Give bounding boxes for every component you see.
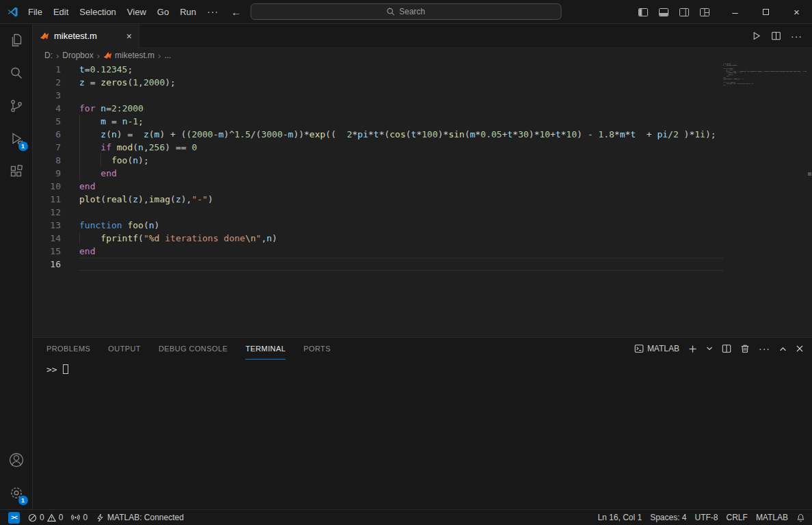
code-line[interactable]: 6 z(n) = z(m) + ((2000-m)^1.5/(3000-m))*… — [33, 128, 723, 141]
search-placeholder: Search — [399, 7, 425, 16]
language-mode-status[interactable]: MATLAB — [752, 510, 792, 525]
code-line[interactable]: 1t=0.12345; — [33, 63, 723, 76]
indent-guide — [100, 154, 101, 167]
menu-selection[interactable]: Selection — [74, 5, 121, 19]
code-line[interactable]: 8 foo(n); — [33, 154, 723, 167]
code-editor[interactable]: 1t=0.12345;2z = zeros(1,2000);34for n=2:… — [33, 63, 812, 337]
chevron-right-icon: › — [97, 51, 100, 61]
terminal-profile-dropdown-icon[interactable] — [706, 345, 713, 352]
indent-guide — [79, 232, 80, 245]
ports-status[interactable]: 0 — [67, 510, 92, 525]
code-line[interactable]: 12 — [33, 206, 723, 219]
maximize-panel-button[interactable] — [779, 345, 787, 353]
close-panel-button[interactable] — [796, 345, 804, 353]
sidebar-item-extensions[interactable] — [0, 155, 33, 188]
code-text: z(n) = z(m) + ((2000-m)^1.5/(3000-m))*ex… — [79, 128, 723, 141]
encoding-status[interactable]: UTF-8 — [691, 510, 722, 525]
close-window-button[interactable]: × — [781, 0, 812, 24]
code-line[interactable]: 15end — [33, 245, 723, 258]
line-number: 13 — [33, 219, 61, 232]
panel-tab-ports[interactable]: PORTS — [303, 338, 331, 360]
breadcrumb-file[interactable]: miketest.m — [103, 51, 154, 60]
panel-tab-terminal[interactable]: TERMINAL — [245, 338, 286, 360]
error-count: 0 — [40, 513, 44, 522]
terminal-prompt: >> — [46, 364, 57, 375]
editor-group: miketest.m × ··· D: › Dropbox › — [33, 24, 812, 509]
terminal-content[interactable]: >> — [33, 360, 812, 509]
tab-bar: miketest.m × ··· — [33, 24, 812, 48]
breadcrumb-drive[interactable]: D: — [44, 51, 53, 60]
matlab-connection-status[interactable]: MATLAB: Connected — [92, 510, 188, 525]
code-text: for n=2:2000 — [79, 102, 723, 115]
indent-guide — [79, 154, 80, 167]
menu-go[interactable]: Go — [152, 5, 174, 19]
notifications-bell[interactable] — [792, 510, 809, 525]
panel-more-actions-button[interactable]: ··· — [759, 343, 770, 354]
line-number: 10 — [33, 180, 61, 193]
line-number: 1 — [33, 63, 61, 76]
tab-close-icon[interactable]: × — [126, 31, 132, 41]
code-text: if mod(n,256) == 0 — [79, 141, 723, 154]
run-file-button[interactable] — [751, 31, 761, 41]
line-number: 11 — [33, 193, 61, 206]
sidebar-item-search[interactable] — [0, 57, 33, 90]
minimize-button[interactable]: – — [720, 0, 750, 24]
search-activity-icon — [8, 65, 25, 81]
code-line[interactable]: 5 m = n-1; — [33, 115, 723, 128]
code-line[interactable]: 11plot(real(z),imag(z),"-") — [33, 193, 723, 206]
terminal-cursor — [63, 364, 68, 374]
menu-overflow[interactable]: ··· — [202, 4, 224, 19]
menu-view[interactable]: View — [122, 5, 152, 19]
menu-edit[interactable]: Edit — [48, 5, 74, 19]
tab-miketest[interactable]: miketest.m × — [33, 24, 139, 48]
code-text: fprintf("%d iterations done\n",n) — [79, 232, 723, 245]
panel-tab-output[interactable]: OUTPUT — [108, 338, 141, 360]
indentation-status[interactable]: Spaces: 4 — [646, 510, 690, 525]
panel-header: PROBLEMS OUTPUT DEBUG CONSOLE TERMINAL P… — [33, 338, 812, 360]
code-line[interactable]: 3 — [33, 89, 723, 102]
code-line[interactable]: 16 — [33, 258, 723, 271]
sidebar-item-run-debug[interactable]: 1 — [0, 122, 33, 155]
panel-tab-debug-console[interactable]: DEBUG CONSOLE — [159, 338, 228, 360]
editor-scrollbar[interactable] — [807, 63, 812, 337]
panel-tabs: PROBLEMS OUTPUT DEBUG CONSOLE TERMINAL P… — [46, 338, 331, 360]
problems-status[interactable]: 0 0 — [24, 510, 67, 525]
maximize-button[interactable] — [750, 0, 781, 24]
new-terminal-button[interactable] — [688, 345, 697, 353]
minimap[interactable]: t=0.12345;z = zeros(1,2000);for n=2:2000… — [723, 63, 807, 337]
customize-layout-icon[interactable] — [699, 7, 710, 18]
terminal-profile[interactable]: MATLAB — [634, 344, 679, 353]
code-line[interactable]: 13function foo(n) — [33, 219, 723, 232]
remote-indicator[interactable]: >< — [4, 510, 24, 525]
kill-terminal-button[interactable] — [740, 344, 750, 353]
code-line[interactable]: 10end — [33, 180, 723, 193]
code-line[interactable]: 2z = zeros(1,2000); — [33, 76, 723, 89]
code-line[interactable]: 4for n=2:2000 — [33, 102, 723, 115]
nav-back-button[interactable]: ← — [231, 0, 241, 24]
broadcast-icon — [71, 513, 80, 522]
toggle-sidebar-icon[interactable] — [638, 7, 649, 18]
title-bar: File Edit Selection View Go Run ··· ← → … — [0, 0, 812, 24]
warning-icon — [47, 513, 56, 522]
toggle-panel-icon[interactable] — [658, 7, 669, 18]
sidebar-item-explorer[interactable] — [0, 24, 33, 57]
split-editor-button[interactable] — [771, 31, 781, 41]
menu-run[interactable]: Run — [174, 5, 202, 19]
settings-button[interactable]: 1 — [0, 476, 33, 509]
eol-status[interactable]: CRLF — [722, 510, 752, 525]
menu-file[interactable]: File — [23, 5, 48, 19]
code-line[interactable]: 14 fprintf("%d iterations done\n",n) — [33, 232, 723, 245]
more-actions-button[interactable]: ··· — [791, 31, 802, 42]
code-line[interactable]: 7 if mod(n,256) == 0 — [33, 141, 723, 154]
search-command-center[interactable]: Search — [251, 3, 562, 20]
breadcrumb-folder[interactable]: Dropbox — [62, 51, 93, 60]
split-terminal-button[interactable] — [722, 344, 731, 353]
breadcrumb-symbol[interactable]: ... — [164, 51, 171, 60]
toggle-secondary-sidebar-icon[interactable] — [679, 7, 690, 18]
panel-tab-problems[interactable]: PROBLEMS — [46, 338, 90, 360]
code-line[interactable]: 9 end — [33, 167, 723, 180]
cursor-position-status[interactable]: Ln 16, Col 1 — [593, 510, 646, 525]
accounts-button[interactable] — [0, 444, 33, 476]
vscode-logo-icon — [7, 6, 18, 18]
sidebar-item-source-control[interactable] — [0, 90, 33, 122]
